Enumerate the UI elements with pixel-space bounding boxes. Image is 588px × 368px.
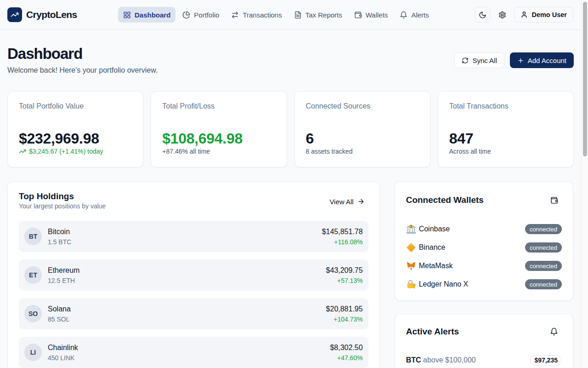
- svg-text:$: $: [410, 225, 412, 229]
